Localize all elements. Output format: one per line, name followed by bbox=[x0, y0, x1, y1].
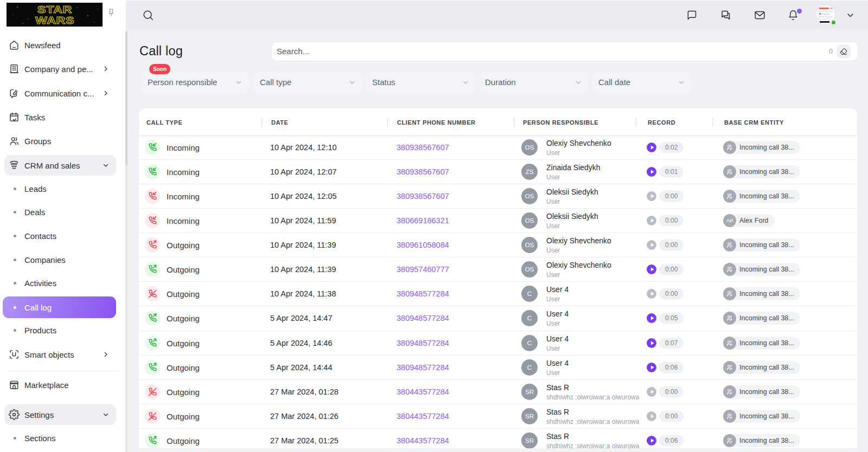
svg-text:STAR: STAR bbox=[37, 4, 72, 15]
svg-text:WARS: WARS bbox=[35, 15, 74, 26]
